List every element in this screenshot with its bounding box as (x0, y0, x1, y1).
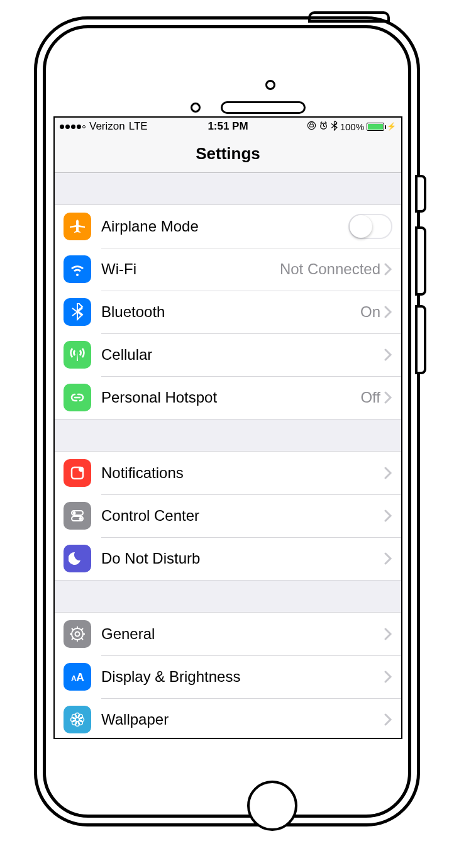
svg-point-3 (79, 467, 84, 472)
mute-switch (415, 175, 426, 213)
row-label: General (101, 625, 384, 643)
svg-point-5 (73, 511, 76, 515)
row-label: Personal Hotspot (101, 389, 360, 406)
row-value: Off (360, 389, 380, 406)
home-button[interactable] (247, 781, 297, 831)
bluetooth-status-icon (331, 121, 338, 133)
flower-icon (64, 706, 91, 733)
chevron-right-icon (384, 713, 392, 726)
row-wallpaper[interactable]: Wallpaper (55, 698, 401, 739)
svg-point-9 (75, 632, 80, 637)
svg-line-17 (81, 628, 83, 630)
row-value: On (360, 303, 380, 321)
row-cellular[interactable]: Cellular (55, 333, 401, 376)
battery-pct-label: 100% (340, 121, 364, 132)
status-right: 100% ⚡ (248, 121, 396, 133)
settings-group-connectivity: Airplane Mode Wi-Fi Not Connected Blueto… (55, 204, 401, 420)
camera-sensor-icon (265, 80, 275, 90)
hotspot-icon (64, 384, 91, 411)
volume-down-button (415, 305, 426, 374)
bluetooth-icon (64, 298, 91, 326)
row-notifications[interactable]: Notifications (55, 452, 401, 494)
settings-group-system: Notifications Control Center Do Not Dist… (55, 451, 401, 581)
row-bluetooth[interactable]: Bluetooth On (55, 291, 401, 333)
airplane-mode-switch[interactable] (348, 214, 392, 239)
row-wifi[interactable]: Wi-Fi Not Connected (55, 248, 401, 291)
page-title: Settings (196, 144, 260, 164)
row-control-center[interactable]: Control Center (55, 494, 401, 537)
network-label: LTE (129, 120, 148, 133)
chevron-right-icon (384, 348, 392, 361)
control-center-icon (64, 502, 91, 530)
airplane-icon (64, 213, 91, 240)
row-label: Wallpaper (101, 711, 384, 728)
row-label: Do Not Disturb (101, 550, 384, 567)
chevron-right-icon (384, 509, 392, 522)
text-size-icon: AA (64, 663, 91, 691)
wifi-icon (64, 255, 91, 283)
status-bar: Verizon LTE 1:51 PM 100% ⚡ (55, 118, 401, 135)
battery-icon (367, 123, 384, 131)
proximity-sensor-icon (191, 103, 201, 113)
svg-line-14 (72, 628, 74, 630)
alarm-icon (319, 121, 328, 132)
group-separator (55, 420, 401, 451)
row-value: Not Connected (280, 260, 380, 278)
row-airplane-mode[interactable]: Airplane Mode (55, 205, 401, 248)
earpiece-speaker (221, 101, 306, 114)
moon-icon (64, 545, 91, 572)
row-do-not-disturb[interactable]: Do Not Disturb (55, 537, 401, 580)
row-label: Wi-Fi (101, 260, 280, 278)
svg-line-16 (72, 638, 74, 640)
row-general[interactable]: General (55, 613, 401, 655)
signal-strength-icon (60, 125, 86, 129)
charging-icon: ⚡ (387, 122, 396, 131)
chevron-right-icon (384, 263, 392, 275)
row-display-brightness[interactable]: AA Display & Brightness (55, 655, 401, 698)
chevron-right-icon (384, 552, 392, 565)
group-separator (55, 173, 401, 204)
carrier-label: Verizon (89, 120, 125, 133)
row-label: Bluetooth (101, 303, 360, 321)
chevron-right-icon (384, 670, 392, 683)
svg-point-7 (79, 517, 82, 520)
row-label: Airplane Mode (101, 218, 348, 235)
chevron-right-icon (384, 628, 392, 640)
status-left: Verizon LTE (60, 120, 208, 133)
cellular-icon (64, 341, 91, 369)
clock: 1:51 PM (208, 120, 248, 133)
row-label: Cellular (101, 346, 384, 364)
notifications-icon (64, 459, 91, 487)
svg-line-15 (81, 638, 83, 640)
gear-icon (64, 620, 91, 648)
group-separator (55, 581, 401, 612)
row-personal-hotspot[interactable]: Personal Hotspot Off (55, 376, 401, 419)
orientation-lock-icon (307, 121, 316, 132)
svg-text:A: A (76, 671, 84, 684)
settings-group-general: General AA Display & Brightness Wallpape… (55, 612, 401, 739)
nav-bar: Settings (55, 135, 401, 173)
row-label: Display & Brightness (101, 668, 384, 686)
row-label: Control Center (101, 507, 384, 525)
chevron-right-icon (384, 391, 392, 404)
row-label: Notifications (101, 464, 384, 482)
volume-up-button (415, 226, 426, 296)
chevron-right-icon (384, 306, 392, 318)
chevron-right-icon (384, 467, 392, 479)
screen: Verizon LTE 1:51 PM 100% ⚡ Settings (53, 116, 402, 739)
